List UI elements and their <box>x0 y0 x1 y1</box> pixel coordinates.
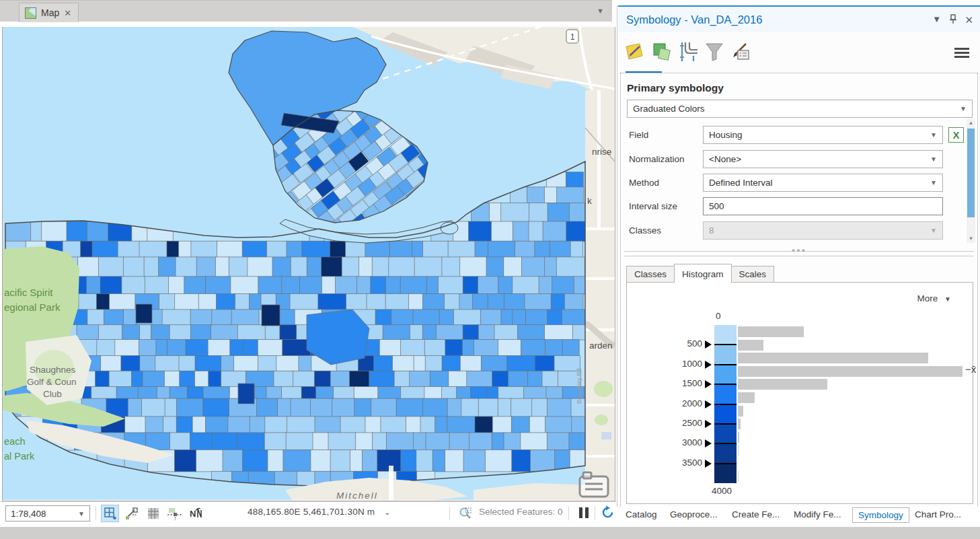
grid-button[interactable] <box>144 505 162 522</box>
class-break-value[interactable]: 1000 <box>663 359 702 369</box>
pane-tab-create-features[interactable]: Create Fe... <box>732 509 780 519</box>
panel-splitter[interactable]: ●●● <box>624 248 974 259</box>
class-break-line[interactable] <box>714 423 737 425</box>
coordinates-readout[interactable]: 488,165.80E 5,461,701.30N m ⌄ <box>248 507 391 517</box>
svg-text:k: k <box>587 196 592 206</box>
tab-histogram[interactable]: Histogram <box>674 264 732 283</box>
classes-label: Classes <box>629 225 661 236</box>
map-canvas[interactable]: 1 acific Spirit egional Park Shaughnes G… <box>3 27 615 500</box>
more-caret-icon: ▼ <box>944 295 951 303</box>
class-break-line[interactable] <box>714 404 737 405</box>
refresh-map-button[interactable] <box>601 505 615 522</box>
scale-dropdown[interactable]: 1:78,408 ▼ <box>5 505 90 522</box>
window-bottom-strip <box>0 527 980 539</box>
normalization-caret-icon: ▼ <box>930 155 937 163</box>
class-break-value[interactable]: 1500 <box>663 378 702 388</box>
tab-classes[interactable]: Classes <box>626 266 675 283</box>
class-break-value[interactable]: 2500 <box>663 418 702 428</box>
axis-min-label: 0 <box>716 311 721 321</box>
pane-pin-icon[interactable] <box>949 14 957 26</box>
scroll-down-icon[interactable]: ▼ <box>967 235 975 243</box>
select-zoom-icon <box>456 505 474 522</box>
scale-caret-icon: ▼ <box>78 510 85 517</box>
pane-menu-caret-icon[interactable]: ▼ <box>932 14 941 24</box>
map-tab-close-icon[interactable]: ✕ <box>64 8 71 18</box>
classes-caret-icon: ▼ <box>930 227 937 234</box>
field-caret-icon: ▼ <box>930 131 937 139</box>
coordinates-caret-icon: ⌄ <box>384 508 390 516</box>
histogram-bar <box>738 340 763 351</box>
interval-size-row: Interval size 500 <box>627 197 973 215</box>
scroll-up-icon[interactable]: ▲ <box>967 119 975 127</box>
map-document-tab[interactable]: Map ✕ <box>19 3 79 22</box>
method-caret-icon: ▼ <box>930 179 937 186</box>
svg-text:Mitchell: Mitchell <box>336 491 378 500</box>
class-break-handle-icon[interactable] <box>705 439 712 447</box>
svg-text:Shaughnes: Shaughnes <box>30 365 76 375</box>
pane-tab-chart-properties[interactable]: Chart Pro... <box>915 509 961 519</box>
field-dropdown[interactable]: Housing ▼ <box>703 126 943 144</box>
scrollbar-thumb[interactable] <box>967 129 975 217</box>
pane-tab-catalog[interactable]: Catalog <box>626 509 657 519</box>
more-dropdown[interactable]: More ▼ <box>917 293 951 303</box>
class-break-value[interactable]: 3000 <box>663 437 702 447</box>
pane-tab-symbology[interactable]: Symbology <box>852 507 909 523</box>
class-break-histogram[interactable]: 0 500100015002000250030003500 4000 −x̄ <box>654 310 970 501</box>
interval-size-input[interactable]: 500 <box>703 197 943 215</box>
measure-tool-button[interactable] <box>122 505 141 522</box>
class-break-handle-icon[interactable] <box>705 361 712 369</box>
field-value: Housing <box>709 130 743 140</box>
normalization-dropdown[interactable]: <None> ▼ <box>703 150 943 168</box>
pane-tab-geoprocessing[interactable]: Geoproce... <box>670 509 718 519</box>
classes-dropdown[interactable]: 8 ▼ <box>703 221 943 240</box>
scale-based-symbology-tab-icon[interactable] <box>703 40 726 63</box>
panel-scrollbar[interactable]: ▲ ▼ <box>967 119 975 243</box>
svg-text:each: each <box>4 436 25 447</box>
pane-tab-modify-features[interactable]: Modify Fe... <box>794 509 841 519</box>
class-break-handle-icon[interactable] <box>705 420 712 428</box>
map-dock-icon[interactable] <box>580 472 608 497</box>
renderer-caret-icon: ▼ <box>960 105 967 112</box>
pause-drawing-button[interactable] <box>577 506 591 519</box>
class-break-line[interactable] <box>714 384 737 385</box>
class-break-handle-icon[interactable] <box>705 400 712 408</box>
north-arrow-button[interactable]: N <box>187 505 205 522</box>
symbol-layer-drawing-tab-icon[interactable] <box>677 40 700 63</box>
pane-close-icon[interactable]: ✕ <box>965 14 973 26</box>
svg-text:al Park: al Park <box>4 451 35 462</box>
tab-strip-menu-caret-icon[interactable]: ▼ <box>597 7 604 15</box>
class-break-line[interactable] <box>714 364 737 365</box>
map-viewport[interactable]: 1 acific Spirit egional Park Shaughnes G… <box>2 27 615 501</box>
coordinates-value: 488,165.80E 5,461,701.30N m <box>248 507 375 517</box>
renderer-dropdown[interactable]: Graduated Colors ▼ <box>627 100 973 118</box>
class-break-value[interactable]: 3500 <box>663 458 702 468</box>
class-break-value[interactable]: 500 <box>663 338 702 349</box>
histogram-bar <box>738 379 827 390</box>
class-break-handle-icon[interactable] <box>705 460 712 468</box>
method-row: Method Defined Interval ▼ <box>627 174 973 192</box>
layout-panes-button[interactable] <box>101 505 119 522</box>
svg-text:N: N <box>190 509 196 519</box>
vary-symbology-tab-icon[interactable] <box>650 40 673 63</box>
tab-scales[interactable]: Scales <box>731 266 775 283</box>
primary-symbology-tab-icon[interactable] <box>624 40 646 63</box>
primary-symbology-header: Primary symbology <box>627 82 724 94</box>
advanced-symbology-tab-icon[interactable] <box>728 40 751 63</box>
field-row: Field Housing ▼ X <box>627 126 973 144</box>
snapping-button[interactable] <box>165 505 184 522</box>
pane-options-menu-icon[interactable] <box>954 46 969 60</box>
class-break-handle-icon[interactable] <box>705 380 712 388</box>
class-break-line[interactable] <box>714 344 737 345</box>
class-break-line[interactable] <box>714 463 737 464</box>
class-break-value[interactable]: 2000 <box>663 398 702 408</box>
set-expression-button[interactable]: X <box>948 127 964 143</box>
class-break-handle-icon[interactable] <box>705 340 712 349</box>
histogram-bars <box>738 325 970 483</box>
normalization-value: <None> <box>709 154 741 164</box>
method-label: Method <box>629 178 659 188</box>
class-break-line[interactable] <box>714 443 737 444</box>
method-dropdown[interactable]: Defined Interval ▼ <box>703 174 943 192</box>
scale-value: 1:78,408 <box>11 509 46 519</box>
svg-text:nrise: nrise <box>592 147 611 157</box>
svg-text:egional Park: egional Park <box>4 301 61 313</box>
